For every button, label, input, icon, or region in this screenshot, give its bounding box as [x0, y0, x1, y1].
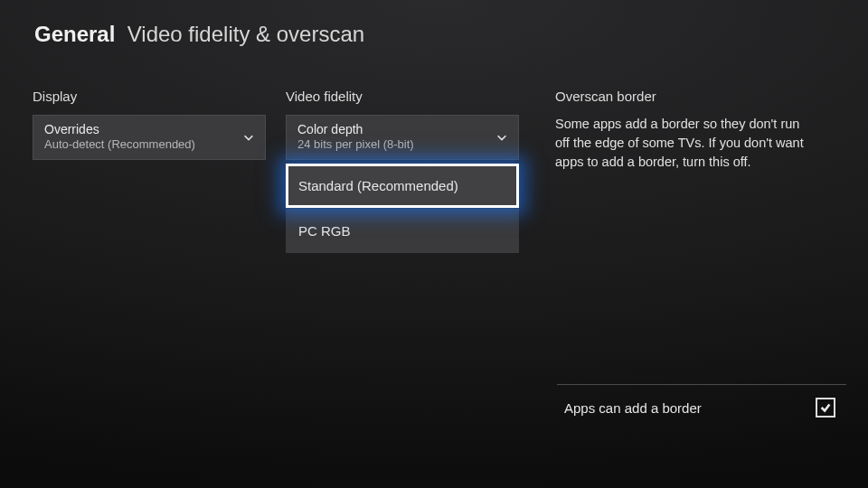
chevron-down-icon	[495, 130, 509, 145]
overscan-toggle-row[interactable]: Apps can add a border	[557, 384, 846, 430]
color-space-options: Standard (Recommended) PC RGB	[286, 164, 519, 253]
overrides-label: Overrides	[44, 122, 195, 136]
color-depth-label: Color depth	[297, 122, 414, 136]
display-section-label: Display	[33, 89, 266, 104]
fidelity-section-label: Video fidelity	[286, 89, 519, 104]
overscan-column: Overscan border Some apps add a border s…	[555, 89, 844, 253]
header-category: General	[34, 22, 115, 46]
overscan-description: Some apps add a border so they don't run…	[555, 115, 844, 172]
page-header: General Video fidelity & overscan	[0, 0, 868, 47]
header-title: Video fidelity & overscan	[127, 22, 364, 46]
chevron-down-icon	[241, 130, 256, 145]
color-depth-value: 24 bits per pixel (8-bit)	[297, 138, 414, 152]
overscan-section-label: Overscan border	[555, 89, 844, 104]
display-column: Display Overrides Auto-detect (Recommend…	[33, 89, 266, 253]
overrides-value: Auto-detect (Recommended)	[44, 138, 195, 152]
fidelity-column: Video fidelity Color depth 24 bits per p…	[286, 89, 519, 253]
overrides-dropdown[interactable]: Overrides Auto-detect (Recommended)	[33, 115, 266, 160]
color-space-option-pcrgb[interactable]: PC RGB	[286, 208, 519, 253]
color-space-option-standard[interactable]: Standard (Recommended)	[286, 164, 519, 208]
overscan-toggle-label: Apps can add a border	[564, 400, 702, 416]
color-depth-dropdown[interactable]: Color depth 24 bits per pixel (8-bit)	[286, 115, 519, 160]
overscan-checkbox[interactable]	[816, 398, 835, 418]
